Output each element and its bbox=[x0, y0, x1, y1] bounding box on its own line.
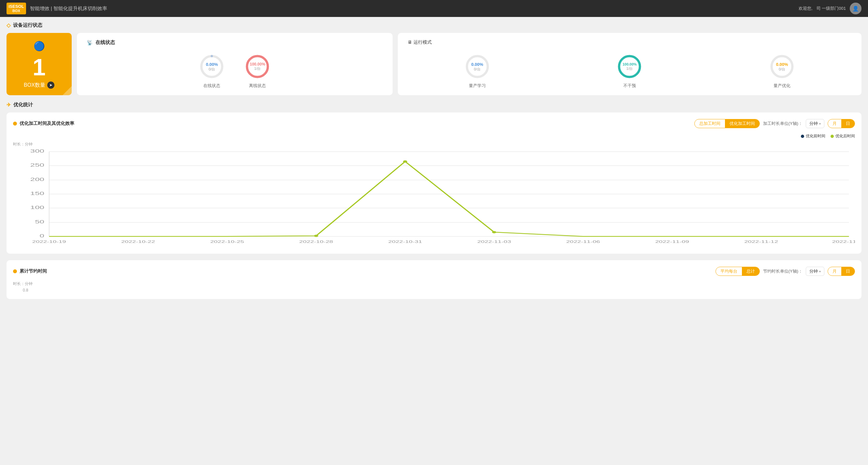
device-status-title: ◇ 设备运行状态 bbox=[6, 22, 862, 28]
chart1-period-group: 月 日 bbox=[828, 119, 855, 128]
chart2-period-month[interactable]: 月 bbox=[828, 267, 841, 275]
header: iSESOL BOX 智能增效 | 智能化提升机床切削效率 欢迎您, 司 一级部… bbox=[0, 0, 868, 17]
online-label: 在线状态 bbox=[203, 83, 220, 89]
svg-point-33 bbox=[403, 161, 407, 163]
online-circle-item: 0.00% 0/台 在线状态 bbox=[199, 54, 225, 89]
mode-learn-circle: 0.00% 0/台 bbox=[464, 54, 490, 80]
mode-optim-item: 0.00% 0/台 量产优化 bbox=[769, 54, 795, 89]
header-right: 欢迎您, 司 一级部门001 👤 bbox=[799, 3, 862, 14]
chart2-title: 累计节约时间 bbox=[13, 268, 47, 274]
svg-text:2022-10-22: 2022-10-22 bbox=[121, 240, 155, 243]
mode-optim-label: 量产优化 bbox=[774, 83, 790, 89]
chart1-controls: 总加工时间 优化加工时间 加工时长单位(Y轴)： 分钟 ▾ 月 日 bbox=[694, 119, 855, 128]
chart2-title-dot bbox=[13, 269, 17, 273]
chart1-y-label: 时长：分钟 bbox=[13, 142, 855, 147]
main-content: ◇ 设备运行状态 🔵 1 BOX数量 ➤ 📡 在线状态 bbox=[0, 17, 868, 304]
chart2-period-day[interactable]: 日 bbox=[841, 267, 855, 275]
svg-text:50: 50 bbox=[35, 219, 44, 224]
online-status-card: 📡 在线状态 0.00% 0/台 bbox=[77, 33, 393, 95]
offline-circle: 100.00% 1/台 bbox=[244, 54, 271, 80]
mode-circles: 0.00% 0/台 量产学习 100.00% 1/台 bbox=[408, 45, 852, 89]
chart1-header: 优化加工时间及其优化效率 总加工时间 优化加工时间 加工时长单位(Y轴)： 分钟… bbox=[13, 119, 855, 128]
svg-text:2022-10-31: 2022-10-31 bbox=[389, 240, 422, 243]
legend-before-dot bbox=[801, 135, 804, 138]
mode-optim-circle: 0.00% 0/台 bbox=[769, 54, 795, 80]
legend-after: 优化后时间 bbox=[831, 134, 855, 139]
mode-nointerv-item: 100.00% 1/台 不干预 bbox=[617, 54, 643, 89]
chart1-canvas: 0 50 100 150 200 250 300 2022-10-19 2022… bbox=[13, 148, 855, 247]
legend-before-label: 优化前时间 bbox=[806, 134, 825, 139]
box-label: BOX数量 ➤ bbox=[24, 82, 54, 89]
mode-optim-pct: 0.00% 0/台 bbox=[776, 62, 788, 71]
header-title: 智能增效 | 智能化提升机床切削效率 bbox=[30, 5, 107, 12]
svg-text:2022-10-25: 2022-10-25 bbox=[210, 240, 244, 243]
chart2-tab-group: 平均每台 总计 bbox=[715, 267, 760, 276]
chart1-period-day[interactable]: 日 bbox=[841, 119, 855, 128]
chart1-tab-group: 总加工时间 优化加工时间 bbox=[694, 119, 760, 128]
svg-text:2022-11-15: 2022-11-15 bbox=[832, 240, 855, 243]
mode-nointerv-pct: 100.00% 1/台 bbox=[623, 62, 637, 71]
online-pct: 0.00% 0/台 bbox=[206, 62, 218, 71]
chart2-period-group: 月 日 bbox=[828, 267, 855, 276]
box-navigate-button[interactable]: ➤ bbox=[47, 82, 54, 89]
offline-label: 离线状态 bbox=[249, 83, 266, 89]
mode-learn-item: 0.00% 0/台 量产学习 bbox=[464, 54, 490, 89]
legend-after-dot bbox=[831, 135, 834, 138]
run-mode-card: 🖥 运行模式 0.00% 0/台 量产学习 bbox=[398, 33, 862, 95]
chart1-tab-total[interactable]: 总加工时间 bbox=[695, 119, 725, 128]
chart1-period-month[interactable]: 月 bbox=[828, 119, 841, 128]
mode-nointerv-label: 不干预 bbox=[623, 83, 636, 89]
svg-text:300: 300 bbox=[30, 148, 44, 153]
avatar[interactable]: 👤 bbox=[850, 3, 862, 14]
online-circle: 0.00% 0/台 bbox=[199, 54, 225, 80]
wifi-icon: 📡 bbox=[87, 40, 93, 46]
chart1-unit-select[interactable]: 分钟 ▾ bbox=[806, 119, 824, 128]
mode-card-title: 🖥 运行模式 bbox=[408, 39, 852, 45]
mode-nointerv-circle: 100.00% 1/台 bbox=[617, 54, 643, 80]
svg-text:2022-10-19: 2022-10-19 bbox=[32, 240, 66, 243]
user-info: 司 一级部门001 bbox=[816, 5, 846, 11]
logo: iSESOL BOX bbox=[6, 3, 26, 15]
chart2-unit-select[interactable]: 分钟 ▾ bbox=[806, 267, 824, 276]
mode-learn-label: 量产学习 bbox=[469, 83, 486, 89]
offline-circle-item: 100.00% 1/台 离线状态 bbox=[244, 54, 271, 89]
opt-stats-title: ✈ 优化统计 bbox=[6, 102, 862, 108]
chart2-controls: 平均每台 总计 节约时长单位(Y轴)： 分钟 ▾ 月 日 bbox=[715, 267, 855, 276]
mode-learn-pct: 0.00% 0/台 bbox=[471, 62, 483, 71]
chart1-unit-label: 加工时长单位(Y轴)： bbox=[763, 121, 803, 126]
corner-decoration bbox=[63, 86, 72, 95]
chart2-y-label: 时长：分钟 bbox=[13, 281, 855, 287]
box-icon: 🔵 bbox=[34, 41, 45, 52]
box-number: 1 bbox=[33, 55, 45, 79]
svg-point-32 bbox=[314, 235, 318, 237]
chart1-legend: 优化前时间 优化后时间 bbox=[13, 134, 855, 139]
chart1-tab-opt[interactable]: 优化加工时间 bbox=[725, 119, 760, 128]
opt-section-icon: ✈ bbox=[6, 102, 11, 108]
svg-point-34 bbox=[492, 231, 496, 233]
svg-text:0: 0 bbox=[40, 233, 44, 238]
chart2-tab-avg[interactable]: 平均每台 bbox=[716, 267, 742, 275]
chart2-header: 累计节约时间 平均每台 总计 节约时长单位(Y轴)： 分钟 ▾ 月 日 bbox=[13, 267, 855, 276]
svg-text:250: 250 bbox=[30, 163, 44, 167]
header-left: iSESOL BOX 智能增效 | 智能化提升机床切削效率 bbox=[6, 3, 107, 15]
svg-text:100: 100 bbox=[30, 205, 44, 210]
svg-text:2022-10-28: 2022-10-28 bbox=[299, 240, 333, 243]
chart2-tab-total[interactable]: 总计 bbox=[742, 267, 760, 275]
legend-after-label: 优化后时间 bbox=[835, 134, 855, 139]
svg-text:2022-11-06: 2022-11-06 bbox=[566, 240, 600, 243]
chart2-section: 累计节约时间 平均每台 总计 节约时长单位(Y轴)： 分钟 ▾ 月 日 时长：分… bbox=[6, 260, 862, 299]
svg-text:2022-11-09: 2022-11-09 bbox=[655, 240, 689, 243]
legend-before: 优化前时间 bbox=[801, 134, 825, 139]
svg-text:2022-11-03: 2022-11-03 bbox=[477, 240, 511, 243]
status-cards-row: 🔵 1 BOX数量 ➤ 📡 在线状态 bbox=[6, 33, 862, 95]
online-circles: 0.00% 0/台 在线状态 100.00% 1/台 bbox=[87, 52, 383, 89]
welcome-text: 欢迎您, bbox=[799, 5, 813, 11]
chart1-section: 优化加工时间及其优化效率 总加工时间 优化加工时间 加工时长单位(Y轴)： 分钟… bbox=[6, 113, 862, 254]
dropdown-arrow2-icon: ▾ bbox=[819, 270, 821, 273]
offline-pct: 100.00% 1/台 bbox=[250, 62, 265, 71]
chart1-title-dot bbox=[13, 122, 17, 125]
section-icon: ◇ bbox=[6, 22, 10, 28]
box-count-card: 🔵 1 BOX数量 ➤ bbox=[6, 33, 72, 95]
chart2-unit-label: 节约时长单位(Y轴)： bbox=[763, 268, 803, 274]
svg-text:200: 200 bbox=[30, 177, 44, 182]
